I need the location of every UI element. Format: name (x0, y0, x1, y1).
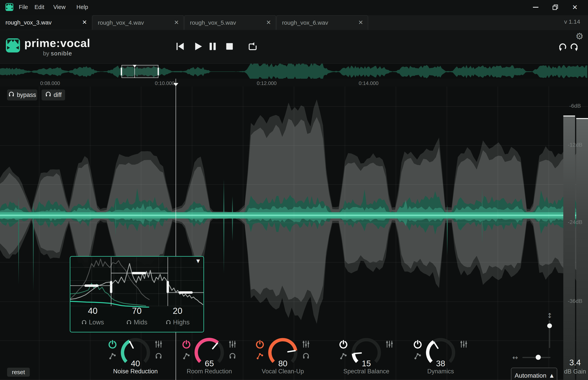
close-button[interactable]: ✕ (566, 0, 584, 15)
lows-level-handle[interactable] (84, 285, 99, 287)
selection-left-handle[interactable] (121, 68, 122, 75)
grid-line-vertical (39, 87, 39, 380)
header: prime:vocal by sonible (0, 30, 588, 64)
module-faders-button[interactable] (302, 340, 310, 348)
knob-needle (213, 343, 217, 349)
collapse-panel-icon[interactable]: ▼ (196, 258, 200, 264)
tab-close-icon[interactable]: ✕ (82, 19, 87, 26)
playhead-line[interactable] (176, 79, 176, 380)
module-headphone-button[interactable] (229, 352, 236, 360)
faders-icon (460, 340, 468, 348)
band-value[interactable]: 40 (78, 306, 107, 316)
grid-line-horizontal (0, 145, 588, 146)
module-automation-nodes-button[interactable] (183, 352, 190, 360)
vertical-zoom-icon: ↕ (547, 312, 552, 320)
automation-nodes-icon (414, 352, 421, 360)
headphone-icon (45, 91, 51, 97)
tab-label: rough_vox_3.wav (5, 19, 52, 26)
restore-icon (552, 4, 558, 10)
db-label: -12dB (564, 142, 587, 148)
undo-button[interactable] (557, 41, 568, 52)
module-value: 40 (100, 359, 171, 368)
band-label: Lows (89, 319, 104, 326)
skip-to-start-button[interactable] (175, 41, 185, 52)
module-value: 65 (174, 359, 245, 368)
tab-rough_vox_4-wav[interactable]: rough_vox_4.wav✕ (92, 15, 184, 30)
automation-nodes-icon (183, 352, 190, 360)
automation-button[interactable]: Automation ▲ (511, 368, 557, 380)
module-headphone-button[interactable] (302, 352, 310, 360)
diff-button[interactable]: diff (42, 90, 65, 100)
stop-icon (225, 41, 234, 51)
module-automation-nodes-button[interactable] (339, 352, 347, 360)
tab-rough_vox_3-wav[interactable]: rough_vox_3.wav✕ (0, 15, 92, 30)
tab-close-icon[interactable]: ✕ (174, 19, 179, 26)
loop-button[interactable] (247, 41, 258, 52)
grid-line-vertical (90, 87, 90, 380)
logo-by: by (43, 50, 49, 57)
module-dynamics: 38 Dynamics (405, 336, 476, 380)
vertical-zoom-thumb[interactable] (547, 323, 552, 328)
menu-item-view[interactable]: View (53, 4, 65, 10)
menu-item-edit[interactable]: Edit (35, 4, 44, 10)
band-value[interactable]: 20 (163, 306, 192, 316)
spectral-bands-panel: ▼ 40Lows70Mids20Highs (70, 256, 204, 332)
band-value[interactable]: 70 (122, 306, 151, 316)
module-automation-nodes-button[interactable] (256, 352, 264, 360)
module-label: Vocal Clean-Up (248, 368, 318, 375)
faders-icon (302, 340, 310, 348)
band-divider-handle[interactable] (167, 281, 169, 293)
automation-nodes-icon (109, 352, 116, 360)
menu-item-file[interactable]: File (19, 4, 28, 10)
module-spectral-balance: 15 Spectral Balance (331, 336, 402, 380)
waveform-overview[interactable] (0, 63, 588, 79)
redo-icon (569, 42, 579, 52)
logo-icon (6, 38, 20, 53)
selection-right-handle[interactable] (158, 68, 159, 75)
output-meter-left (563, 115, 575, 380)
mids-level-handle[interactable] (132, 272, 146, 274)
restore-button[interactable] (546, 0, 564, 15)
menu-item-help[interactable]: Help (76, 4, 88, 10)
module-faders-button[interactable] (385, 340, 394, 348)
pause-button[interactable] (207, 41, 218, 52)
headphone-icon[interactable] (126, 320, 132, 325)
module-automation-nodes-button[interactable] (414, 352, 421, 360)
bypass-button[interactable]: bypass (7, 90, 37, 100)
bypass-label: bypass (17, 92, 36, 98)
meter-peak-cap (576, 118, 588, 119)
settings-gear-icon[interactable]: ⚙ (575, 31, 584, 41)
horizontal-zoom-icon: ↔ (512, 354, 518, 361)
module-headphone-button[interactable] (155, 352, 162, 360)
stop-button[interactable] (224, 41, 235, 52)
tab-close-icon[interactable]: ✕ (358, 19, 363, 26)
horizontal-zoom-thumb[interactable] (536, 355, 541, 360)
overview-selection-box[interactable] (122, 65, 158, 78)
headphone-icon (8, 91, 15, 97)
redo-button[interactable] (569, 41, 579, 52)
tab-rough_vox_5-wav[interactable]: rough_vox_5.wav✕ (184, 15, 276, 30)
menu-bar: FileEditViewHelp ✕ (0, 0, 588, 15)
meter-peak-cap (563, 115, 575, 116)
minimize-button[interactable] (527, 0, 545, 15)
tab-rough_vox_6-wav[interactable]: rough_vox_6.wav✕ (276, 15, 368, 30)
app-icon (5, 3, 13, 11)
skip-to-start-icon (175, 41, 185, 52)
module-value: 38 (405, 359, 476, 368)
reset-button[interactable]: reset (7, 368, 30, 377)
close-icon: ✕ (572, 3, 578, 11)
headphone-icon[interactable] (166, 320, 171, 325)
module-faders-button[interactable] (228, 340, 237, 348)
band-lows: 40Lows (78, 306, 107, 326)
timeline-ruler[interactable]: 0:08.0000:10.0000:12.0000:14.000 (0, 79, 588, 87)
play-button[interactable] (193, 41, 203, 52)
module-faders-button[interactable] (154, 340, 163, 348)
module-faders-button[interactable] (460, 340, 468, 348)
highs-level-handle[interactable] (179, 291, 193, 294)
headphone-icon (45, 91, 51, 99)
module-automation-nodes-button[interactable] (109, 352, 116, 360)
band-divider-handle[interactable] (110, 281, 112, 293)
tab-close-icon[interactable]: ✕ (266, 19, 271, 26)
headphone-icon[interactable] (81, 320, 87, 325)
gain-value[interactable]: 3.4 (564, 358, 587, 367)
